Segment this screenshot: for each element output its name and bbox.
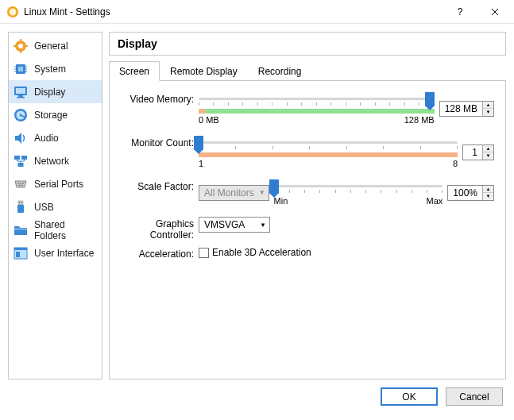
usb-icon xyxy=(14,200,28,214)
svg-rect-18 xyxy=(18,95,23,97)
page-title: Display xyxy=(109,32,506,56)
tab-screen[interactable]: Screen xyxy=(109,61,160,81)
sidebar-item-display[interactable]: Display xyxy=(9,80,102,103)
sidebar-label: Audio xyxy=(34,133,59,144)
spin-buttons[interactable]: ▲▼ xyxy=(482,102,493,116)
disk-icon xyxy=(14,108,28,122)
folder-icon xyxy=(14,223,28,237)
gear-icon xyxy=(14,39,28,53)
svg-rect-35 xyxy=(14,229,27,229)
sidebar-label: Serial Ports xyxy=(34,179,83,190)
sidebar-item-storage[interactable]: Storage xyxy=(9,103,102,126)
spin-value: 1 xyxy=(463,145,482,160)
network-icon xyxy=(14,154,28,168)
svg-rect-31 xyxy=(18,201,23,205)
svg-rect-17 xyxy=(16,88,25,94)
chevron-down-icon: ▼ xyxy=(259,189,265,196)
label-monitor-count: Monitor Count: xyxy=(116,136,199,148)
row-graphics-controller: Graphics Controller: VMSVGA ▼ xyxy=(116,217,494,241)
svg-rect-33 xyxy=(19,202,20,203)
svg-rect-23 xyxy=(14,156,20,160)
checkbox-label: Enable 3D Acceleration xyxy=(212,247,311,258)
slider-range-bar xyxy=(199,109,435,114)
close-button[interactable] xyxy=(477,1,512,23)
svg-rect-9 xyxy=(18,67,23,71)
serial-port-icon xyxy=(14,177,28,191)
slider-scale-factor[interactable] xyxy=(274,179,443,182)
slider-min-label: 1 xyxy=(199,159,203,168)
tab-recording[interactable]: Recording xyxy=(248,61,312,81)
window-title: Linux Mint - Settings xyxy=(24,6,443,17)
combo-scale-monitors[interactable]: All Monitors ▼ xyxy=(199,185,269,201)
slider-ticks xyxy=(199,146,458,151)
display-icon xyxy=(14,85,28,99)
dialog-buttons: OK Cancel xyxy=(0,380,514,414)
slider-max-label: 8 xyxy=(453,159,458,168)
slider-max-label: Max xyxy=(427,196,443,206)
svg-point-27 xyxy=(20,183,21,184)
titlebar: Linux Mint - Settings ? xyxy=(0,0,514,24)
row-video-memory: Video Memory: xyxy=(116,92,494,125)
sidebar-item-general[interactable]: General xyxy=(9,34,102,57)
sidebar-item-shared-folders[interactable]: Shared Folders xyxy=(9,218,102,241)
svg-point-30 xyxy=(21,184,23,186)
combo-value: VMSVGA xyxy=(204,219,245,230)
sidebar-item-system[interactable]: System xyxy=(9,57,102,80)
spin-value: 100% xyxy=(448,186,482,200)
slider-ticks xyxy=(199,102,435,107)
sidebar-item-network[interactable]: Network xyxy=(9,149,102,172)
spin-buttons[interactable]: ▲▼ xyxy=(482,145,493,160)
checkbox-3d-acceleration[interactable]: Enable 3D Acceleration xyxy=(199,247,311,258)
row-acceleration: Acceleration: Enable 3D Acceleration xyxy=(116,247,494,260)
slider-range-bar xyxy=(199,152,458,157)
tab-remote-display[interactable]: Remote Display xyxy=(160,61,248,81)
sidebar-item-user-interface[interactable]: User Interface xyxy=(9,241,102,264)
slider-max-label: 128 MB xyxy=(404,115,435,125)
spin-video-memory[interactable]: 128 MB ▲▼ xyxy=(439,101,494,117)
sidebar-label: Display xyxy=(34,87,65,98)
svg-point-28 xyxy=(22,183,24,184)
label-scale-factor: Scale Factor: xyxy=(116,179,199,192)
spin-value: 128 MB xyxy=(440,102,482,116)
help-button[interactable]: ? xyxy=(443,1,477,23)
svg-rect-6 xyxy=(14,45,16,47)
sidebar-label: System xyxy=(34,64,66,75)
label-video-memory: Video Memory: xyxy=(116,92,199,105)
chip-icon xyxy=(14,62,28,76)
checkbox-box xyxy=(199,248,209,258)
content: General System Display Storage Audio xyxy=(0,24,514,380)
combo-graphics-controller[interactable]: VMSVGA ▼ xyxy=(199,217,270,233)
sidebar-label: General xyxy=(34,40,68,52)
svg-rect-32 xyxy=(17,205,24,213)
sidebar-label: Network xyxy=(34,156,69,167)
combo-value: All Monitors xyxy=(204,187,254,198)
svg-rect-7 xyxy=(25,45,28,47)
ok-button[interactable]: OK xyxy=(381,387,438,406)
spin-monitor-count[interactable]: 1 ▲▼ xyxy=(462,144,494,160)
spin-buttons[interactable]: ▲▼ xyxy=(482,186,493,200)
slider-labels: 1 8 xyxy=(199,159,458,168)
cancel-button[interactable]: Cancel xyxy=(446,387,503,406)
slider-video-memory[interactable] xyxy=(199,92,435,94)
svg-rect-4 xyxy=(20,39,21,41)
svg-point-3 xyxy=(18,44,23,48)
svg-point-29 xyxy=(19,184,21,186)
sidebar-item-serial[interactable]: Serial Ports xyxy=(9,172,102,195)
sidebar-item-audio[interactable]: Audio xyxy=(9,126,102,149)
slider-labels: 0 MB 128 MB xyxy=(199,115,435,125)
spin-scale-factor[interactable]: 100% ▲▼ xyxy=(447,185,494,201)
svg-rect-37 xyxy=(14,248,27,250)
slider-min-label: 0 MB xyxy=(199,115,219,125)
slider-labels: Min Max xyxy=(274,196,443,206)
label-graphics-controller: Graphics Controller: xyxy=(116,217,199,241)
tab-bar: Screen Remote Display Recording xyxy=(109,60,506,80)
sidebar-label: Storage xyxy=(34,110,68,121)
row-scale-factor: Scale Factor: All Monitors ▼ xyxy=(116,179,494,206)
tab-content: Video Memory: xyxy=(109,80,506,380)
sidebar-item-usb[interactable]: USB xyxy=(9,195,102,218)
speaker-icon xyxy=(14,131,28,145)
slider-monitor-count[interactable] xyxy=(199,136,458,138)
main-panel: Display Screen Remote Display Recording … xyxy=(109,32,506,380)
label-acceleration: Acceleration: xyxy=(116,247,199,260)
svg-rect-24 xyxy=(21,156,27,160)
